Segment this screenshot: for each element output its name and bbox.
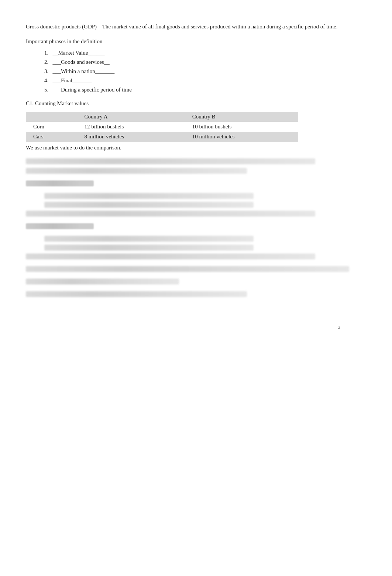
list-text: ___Within a nation_______: [53, 68, 115, 74]
table-cell-cars-b: 10 million vehicles: [185, 132, 298, 142]
blurred-line: [26, 279, 179, 284]
table-cell-cars-label: Cars: [26, 132, 77, 142]
table-cell-cars-a: 8 million vehicles: [77, 132, 185, 142]
list-number: 2.: [44, 59, 48, 65]
phrases-section-label: Important phrases in the definition: [26, 38, 366, 45]
blurred-sub-3: [26, 236, 366, 242]
c1-heading: C1. Counting Market values: [26, 100, 366, 107]
blurred-line: [26, 168, 247, 174]
list-item: 3. ___Within a nation_______: [44, 68, 366, 75]
list-item: 2. ___Goods and services__: [44, 59, 366, 65]
table-cell-corn-label: Corn: [26, 122, 77, 132]
blurred-line: [26, 253, 315, 259]
comparison-note: We use market value to do the comparison…: [26, 145, 366, 151]
blurred-section-3: [26, 180, 366, 186]
list-text: ___Final_______: [53, 77, 92, 83]
table-header-country-a: Country A: [77, 112, 185, 122]
footer-area: 2: [26, 301, 366, 345]
blurred-section-6: [26, 253, 366, 259]
table-header-empty: [26, 112, 77, 122]
list-number: 5.: [44, 87, 48, 93]
blurred-line: [44, 193, 254, 199]
blurred-line: [44, 202, 254, 208]
blurred-sub-1: [26, 193, 366, 199]
blurred-heading: [26, 223, 94, 229]
blurred-section-1: [26, 158, 366, 164]
list-number: 3.: [44, 68, 48, 74]
blurred-section-8: [26, 279, 366, 284]
blurred-section-5: [26, 223, 366, 229]
list-text: __Market Value______: [53, 50, 105, 56]
blurred-line: [26, 158, 315, 164]
blurred-section-4: [26, 211, 366, 217]
phrases-list: 1. __Market Value______ 2. ___Goods and …: [26, 50, 366, 93]
list-text: ___During a specific period of time_____…: [53, 87, 151, 93]
blurred-section-2: [26, 168, 366, 174]
table-cell-corn-a: 12 billion bushels: [77, 122, 185, 132]
list-item: 4. ___Final_______: [44, 77, 366, 84]
blurred-line: [26, 211, 315, 217]
page-number: 2: [338, 324, 341, 330]
list-text: ___Goods and services__: [53, 59, 110, 65]
blurred-sub-2: [26, 202, 366, 208]
list-item: 5. ___During a specific period of time__…: [44, 87, 366, 93]
blurred-section-9: [26, 291, 366, 297]
blurred-sub-4: [26, 245, 366, 251]
list-number: 4.: [44, 77, 48, 83]
intro-text: Gross domestic products (GDP) – The mark…: [26, 22, 366, 31]
blurred-line: [26, 291, 247, 297]
table-cell-corn-b: 10 billion bushels: [185, 122, 298, 132]
market-table: Country A Country B Corn 12 billion bush…: [26, 112, 298, 142]
blurred-line: [26, 266, 349, 272]
blurred-heading: [26, 180, 94, 186]
list-number: 1.: [44, 50, 48, 56]
blurred-line: [44, 245, 254, 251]
blurred-line: [44, 236, 254, 242]
table-header-country-b: Country B: [185, 112, 298, 122]
blurred-section-7: [26, 266, 366, 272]
list-item: 1. __Market Value______: [44, 50, 366, 56]
